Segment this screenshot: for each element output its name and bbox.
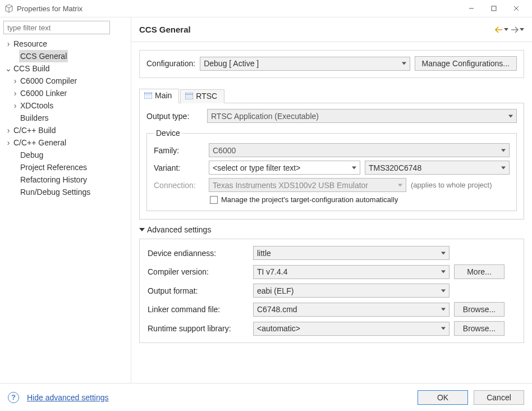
window-title: Properties for Matrix — [17, 4, 82, 13]
page-title: CCS General — [139, 25, 191, 34]
tree-item[interactable]: ›C6000 Linker — [3, 87, 127, 99]
app-icon — [4, 4, 13, 13]
hide-advanced-link[interactable]: Hide advanced settings — [27, 393, 109, 402]
tree-panel: ›Resource·CCS General⌄CCS Build›C6000 Co… — [0, 17, 131, 383]
runtime-lib-label: Runtime support library: — [148, 324, 249, 333]
tree-item[interactable]: ·Debug — [3, 149, 127, 161]
tree-filter-input[interactable] — [3, 21, 110, 34]
tree-item[interactable]: ·Run/Debug Settings — [3, 186, 127, 198]
help-icon[interactable]: ? — [8, 392, 19, 403]
tree-item[interactable]: ·Refactoring History — [3, 173, 127, 186]
advanced-settings-toggle[interactable]: Advanced settings — [139, 225, 524, 234]
tree-item-label: Resource — [12, 38, 48, 50]
manage-configurations-button[interactable]: Manage Configurations... — [415, 56, 517, 71]
chevron-down-icon — [441, 289, 446, 292]
runtime-lib-value: <automatic> — [257, 324, 300, 333]
linker-browse-button[interactable]: Browse... — [454, 302, 505, 317]
tab-rtsc-label: RTSC — [196, 92, 217, 101]
tree-item[interactable]: ›Resource — [3, 38, 127, 50]
tree-item[interactable]: ›C/C++ General — [3, 136, 127, 149]
close-button[interactable] — [505, 1, 528, 16]
expand-collapse-icon — [139, 228, 145, 231]
tree-item[interactable]: ›C6000 Compiler — [3, 75, 127, 87]
configuration-select[interactable]: Debug [ Active ] — [200, 57, 410, 71]
compiler-more-button[interactable]: More... — [454, 264, 505, 279]
tree-expander-closed-icon[interactable]: › — [4, 136, 12, 149]
variant-filter-placeholder: <select or type filter text> — [213, 163, 300, 172]
manage-target-checkbox[interactable] — [210, 196, 218, 204]
tree-item-label: C/C++ Build — [12, 124, 57, 136]
tree-item-label: CCS General — [19, 50, 68, 62]
endianness-label: Device endianness: — [148, 249, 249, 258]
tree-item[interactable]: ›XDCtools — [3, 99, 127, 112]
runtime-browse-button[interactable]: Browse... — [454, 321, 505, 336]
advanced-settings-group: Device endianness: little Compiler versi… — [139, 239, 524, 343]
tree-item-label: Refactoring History — [19, 173, 88, 186]
tree: ›Resource·CCS General⌄CCS Build›C6000 Co… — [3, 38, 127, 198]
output-type-select[interactable]: RTSC Application (Executable) — [207, 109, 517, 123]
titlebar: Properties for Matrix — [0, 0, 532, 17]
chevron-down-icon — [520, 28, 524, 31]
output-format-value: eabi (ELF) — [257, 286, 293, 295]
tree-expander-closed-icon[interactable]: › — [11, 75, 19, 87]
variant-value: TMS320C6748 — [369, 163, 421, 172]
svg-rect-1 — [492, 6, 496, 11]
variant-label: Variant: — [154, 163, 204, 172]
tree-item[interactable]: ·Builders — [3, 112, 127, 124]
connection-label: Connection: — [154, 181, 204, 190]
chevron-down-icon — [441, 271, 446, 273]
variant-select[interactable]: TMS320C6748 — [365, 161, 510, 175]
chevron-down-icon — [504, 28, 508, 31]
tree-expander-closed-icon[interactable]: › — [4, 124, 12, 136]
maximize-button[interactable] — [483, 1, 505, 16]
tree-item-label: Run/Debug Settings — [19, 186, 91, 198]
configuration-label: Configuration: — [146, 59, 195, 68]
manage-target-label: Manage the project's target-configuratio… — [221, 195, 398, 204]
compiler-version-select[interactable]: TI v7.4.4 — [253, 265, 450, 279]
tree-item-label: C/C++ General — [12, 136, 67, 149]
chevron-down-icon — [402, 62, 406, 65]
tab-main-body: Output type: RTSC Application (Executabl… — [139, 103, 524, 220]
linker-cmd-select[interactable]: C6748.cmd — [253, 303, 450, 317]
tab-rtsc[interactable]: RTSC — [180, 89, 224, 103]
configuration-group: Configuration: Debug [ Active ] Manage C… — [139, 50, 524, 78]
tree-expander-closed-icon[interactable]: › — [4, 38, 12, 50]
output-format-select[interactable]: eabi (ELF) — [253, 284, 450, 298]
ok-button[interactable]: OK — [418, 390, 468, 405]
nav-back-button[interactable] — [495, 26, 508, 33]
tree-expander-none: · — [11, 173, 19, 186]
tree-item-label: Project References — [19, 161, 88, 173]
chevron-down-icon — [441, 327, 446, 330]
tree-item[interactable]: ⌄CCS Build — [3, 62, 127, 75]
output-type-label: Output type: — [146, 112, 203, 121]
tree-item[interactable]: ·CCS General — [3, 50, 127, 62]
chevron-down-icon — [352, 166, 356, 169]
tree-item-label: C6000 Linker — [19, 87, 68, 99]
output-format-label: Output format: — [148, 286, 249, 295]
tree-item[interactable]: ›C/C++ Build — [3, 124, 127, 136]
tree-expander-none: · — [11, 161, 19, 173]
runtime-lib-select[interactable]: <automatic> — [253, 322, 450, 336]
chevron-down-icon — [398, 184, 402, 186]
output-type-value: RTSC Application (Executable) — [211, 112, 319, 121]
cancel-button[interactable]: Cancel — [474, 390, 524, 405]
minimize-button[interactable] — [460, 1, 483, 16]
variant-filter-combo[interactable]: <select or type filter text> — [209, 161, 360, 175]
compiler-version-label: Compiler version: — [148, 267, 249, 276]
tree-expander-open-icon[interactable]: ⌄ — [4, 62, 12, 75]
content-panel: CCS General Configuration: Debug [ Activ… — [131, 17, 532, 383]
tree-expander-closed-icon[interactable]: › — [11, 87, 19, 99]
connection-hint: (applies to whole project) — [411, 181, 492, 189]
chevron-down-icon — [441, 308, 446, 311]
connection-value: Texas Instruments XDS100v2 USB Emulator — [213, 181, 368, 190]
family-select[interactable]: C6000 — [209, 143, 510, 157]
nav-forward-button[interactable] — [511, 26, 524, 33]
tree-expander-none: · — [11, 186, 19, 198]
tree-expander-closed-icon[interactable]: › — [11, 99, 19, 112]
advanced-settings-label: Advanced settings — [147, 225, 211, 234]
tree-item[interactable]: ·Project References — [3, 161, 127, 173]
tree-expander-none: · — [11, 112, 19, 124]
endianness-select[interactable]: little — [253, 246, 450, 260]
tab-main[interactable]: Main — [139, 89, 179, 103]
main-area: ›Resource·CCS General⌄CCS Build›C6000 Co… — [0, 17, 532, 383]
